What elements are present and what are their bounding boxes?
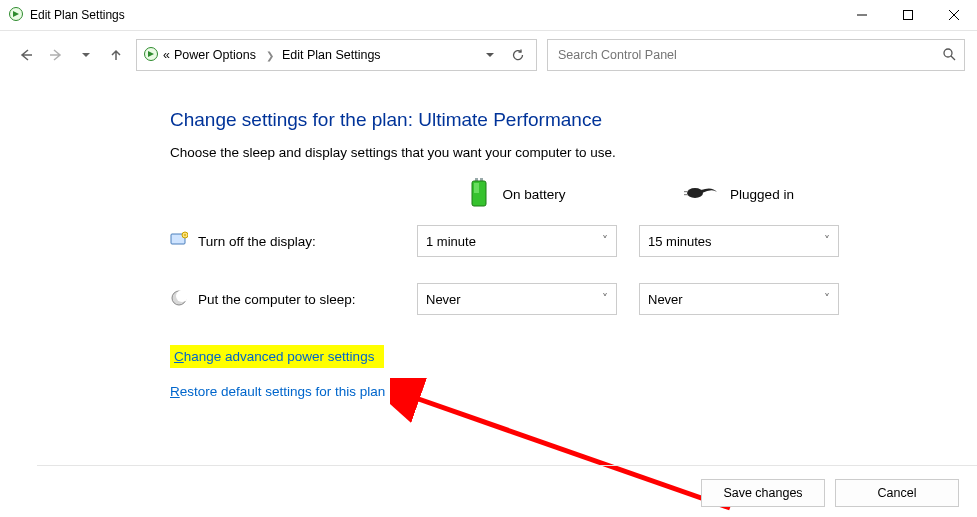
select-value: Never (426, 292, 461, 307)
main-content: Change settings for the plan: Ultimate P… (0, 79, 977, 399)
setting-label-text: Put the computer to sleep: (198, 292, 356, 307)
search-box[interactable] (547, 39, 965, 71)
page-title: Change settings for the plan: Ultimate P… (170, 109, 977, 131)
address-plan-icon (143, 46, 159, 65)
display-icon (170, 231, 188, 252)
footer-buttons: Save changes Cancel (701, 465, 959, 507)
select-value: 15 minutes (648, 234, 712, 249)
breadcrumb-item[interactable]: Edit Plan Settings (282, 48, 381, 62)
save-changes-button[interactable]: Save changes (701, 479, 825, 507)
column-header-plugged: Plugged in (639, 178, 839, 211)
setting-label-text: Turn off the display: (198, 234, 316, 249)
sleep-battery-select[interactable]: Never ˅ (417, 283, 617, 315)
nav-forward-button[interactable] (42, 41, 70, 69)
restore-defaults-link[interactable]: Restore default settings for this plan (170, 384, 977, 399)
power-plug-icon (684, 184, 718, 205)
chevron-right-icon: ❯ (262, 50, 278, 61)
button-label: Save changes (723, 486, 802, 500)
address-bar[interactable]: « Power Options ❯ Edit Plan Settings (136, 39, 537, 71)
navbar: « Power Options ❯ Edit Plan Settings (0, 31, 977, 79)
button-label: Cancel (878, 486, 917, 500)
svg-point-3 (944, 49, 952, 57)
sleep-plugged-select[interactable]: Never ˅ (639, 283, 839, 315)
cancel-button[interactable]: Cancel (835, 479, 959, 507)
chevron-down-icon: ˅ (602, 292, 608, 306)
breadcrumb-item[interactable]: Power Options ❯ (174, 48, 278, 62)
nav-back-button[interactable] (12, 41, 40, 69)
column-header-battery: On battery (417, 178, 617, 211)
search-icon (942, 47, 956, 64)
svg-line-15 (410, 396, 730, 508)
breadcrumb-label: Edit Plan Settings (282, 48, 381, 62)
search-input[interactable] (556, 47, 942, 63)
setting-label: Put the computer to sleep: (170, 289, 395, 310)
link-text: estore default settings for this plan (180, 384, 386, 399)
maximize-button[interactable] (885, 0, 931, 30)
plan-name: Ultimate Performance (418, 109, 602, 130)
nav-up-button[interactable] (102, 41, 130, 69)
svg-point-14 (176, 290, 188, 302)
page-subtitle: Choose the sleep and display settings th… (170, 145, 977, 160)
link-mnemonic: C (174, 349, 184, 364)
setting-row-sleep: Put the computer to sleep: Never ˅ Never… (170, 283, 977, 315)
window-icon (8, 6, 30, 25)
setting-label: Turn off the display: (170, 231, 395, 252)
svg-rect-7 (474, 183, 479, 193)
window-controls (839, 0, 977, 30)
moon-icon (170, 289, 188, 310)
svg-rect-9 (684, 191, 688, 192)
close-button[interactable] (931, 0, 977, 30)
setting-row-display: Turn off the display: 1 minute ˅ 15 minu… (170, 225, 977, 257)
link-mnemonic: R (170, 384, 180, 399)
select-value: Never (648, 292, 683, 307)
nav-recent-button[interactable] (72, 41, 100, 69)
window-titlebar: Edit Plan Settings (0, 0, 977, 31)
select-value: 1 minute (426, 234, 476, 249)
battery-icon (468, 178, 490, 211)
svg-point-8 (687, 188, 703, 198)
column-header-label: On battery (502, 187, 565, 202)
page-title-prefix: Change settings for the plan: (170, 109, 418, 130)
breadcrumb-label: Power Options (174, 48, 256, 62)
minimize-button[interactable] (839, 0, 885, 30)
breadcrumb-prefix: « (163, 48, 170, 62)
svg-rect-10 (684, 194, 688, 195)
display-battery-select[interactable]: 1 minute ˅ (417, 225, 617, 257)
address-dropdown-button[interactable] (478, 43, 502, 67)
link-text: hange advanced power settings (184, 349, 375, 364)
chevron-down-icon: ˅ (824, 292, 830, 306)
svg-rect-1 (904, 11, 913, 20)
refresh-button[interactable] (506, 43, 530, 67)
chevron-down-icon: ˅ (602, 234, 608, 248)
column-header-label: Plugged in (730, 187, 794, 202)
change-advanced-link[interactable]: Change advanced power settings (170, 345, 384, 368)
display-plugged-select[interactable]: 15 minutes ˅ (639, 225, 839, 257)
window-title: Edit Plan Settings (30, 8, 839, 22)
chevron-down-icon: ˅ (824, 234, 830, 248)
